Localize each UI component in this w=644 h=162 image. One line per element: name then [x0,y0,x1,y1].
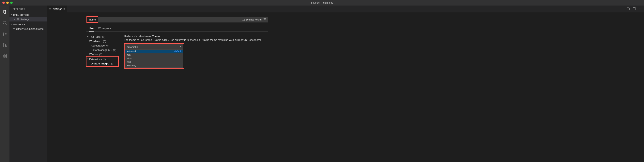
window-minimize-button[interactable] [6,1,9,4]
svg-rect-9 [3,56,4,58]
svg-point-7 [5,45,6,47]
chevron-down-icon [86,53,89,56]
activity-bar [0,5,10,162]
theme-dropdown[interactable]: automatic [125,44,183,49]
option-label: dark [127,61,131,63]
open-settings-json-icon[interactable] [627,7,630,11]
open-editor-settings[interactable]: × Settings [10,17,47,21]
settings-results-count: 12 Settings Found [242,18,262,21]
settings-gear-icon [16,18,19,21]
toc-count: (1) [113,48,116,51]
setting-dropdown-highlight: automatic automatic default min [124,43,184,69]
chevron-down-icon [86,40,89,43]
svg-point-5 [3,35,4,36]
settings-search-input-wrap[interactable]: 12 Settings Found [98,17,268,22]
project-label: DIAGRAMS [13,23,25,26]
explorer-sidebar: EXPLORER OPEN EDITORS × Settings DIAGRAM… [10,5,47,162]
toc-window[interactable]: Window (1) [86,52,118,56]
activity-extensions-icon[interactable] [0,51,10,61]
dropdown-option-kennedy[interactable]: Kennedy [125,64,183,67]
scope-tab-workspace[interactable]: Workspace [98,26,111,31]
split-editor-icon[interactable] [632,7,636,11]
toc-label: Window [89,53,98,56]
chevron-down-icon [10,23,13,26]
file-icon [13,27,16,30]
chevron-down-icon [86,35,89,38]
svg-rect-1 [4,11,6,13]
toc-appearance[interactable]: Appearance (6) [86,43,118,48]
window-titlebar: Settings — diagrams [0,0,644,5]
window-close-button[interactable] [2,1,5,4]
toc-count: (1) [111,62,114,65]
tab-close-icon[interactable]: × [63,7,65,10]
toc-count: (2) [102,35,105,38]
project-header[interactable]: DIAGRAMS [10,22,47,27]
toc-label: Workbench [89,40,102,43]
dropdown-option-dark[interactable]: dark [125,60,183,64]
more-actions-icon[interactable] [638,7,642,11]
settings-search-row: 12 Settings Found [86,16,268,23]
window-title: Settings — diagrams [311,1,333,4]
file-label: gitflow-examples.drawio [16,27,44,30]
toc-drawio-integration[interactable]: Draw.io Integr… (1) [86,61,118,66]
editor-tab-bar: Settings × [47,5,644,12]
option-label: atlas [127,57,132,60]
settings-editor: 12 Settings Found User Workspace Text Ed… [47,12,644,162]
svg-rect-0 [3,10,6,13]
chevron-down-icon [86,58,89,61]
toc-count: (8) [103,40,106,43]
toc-label: Text Editor [89,35,101,38]
dropdown-option-atlas[interactable]: atlas [125,57,183,60]
svg-point-24 [639,8,639,9]
svg-point-4 [3,32,4,33]
settings-search-input[interactable] [88,17,97,22]
dropdown-value: automatic [127,45,138,48]
chevron-down-icon [179,45,182,48]
svg-rect-11 [5,54,6,56]
editor-actions [627,5,644,12]
activity-source-control-icon[interactable] [0,29,10,39]
dropdown-option-automatic[interactable]: automatic default [125,50,183,53]
window-controls [0,1,13,4]
setting-description: The theme to use for the Draw.io editor.… [124,38,304,41]
toc-extensions[interactable]: Extensions (1) [86,57,118,61]
toc-label: Editor Managem… [91,48,112,51]
option-label: automatic [127,50,137,53]
open-editors-header[interactable]: OPEN EDITORS [10,13,47,17]
svg-point-6 [6,33,6,34]
option-label: min [127,54,130,56]
activity-run-debug-icon[interactable] [0,40,10,50]
toc-extensions-highlight: Extensions (1) Draw.io Integr… (1) [86,56,119,67]
tab-settings[interactable]: Settings × [47,5,67,12]
toc-count: (1) [99,53,102,56]
svg-line-3 [6,24,6,25]
editor-area: Settings × [47,5,644,162]
settings-toc: Text Editor (2) Workbench (8) Appearance… [86,35,118,69]
svg-point-2 [3,21,6,24]
window-zoom-button[interactable] [10,1,13,4]
open-editor-label: Settings [20,18,30,21]
settings-filter-icon[interactable] [263,18,266,21]
theme-dropdown-list: automatic default min atlas [125,49,183,68]
file-item-gitflow[interactable]: gitflow-examples.drawio [10,27,47,31]
chevron-down-icon [10,13,13,16]
tab-label: Settings [53,7,62,10]
toc-label: Appearance [91,44,105,47]
scope-tab-user[interactable]: User [89,26,94,31]
toc-label: Extensions [89,58,102,61]
search-term-highlight [86,16,98,23]
toc-text-editor[interactable]: Text Editor (2) [86,35,118,39]
toc-workbench[interactable]: Workbench (8) [86,39,118,43]
toc-label: Draw.io Integr… [91,62,110,65]
dropdown-option-min[interactable]: min [125,53,183,57]
toc-editor-management[interactable]: Editor Managem… (1) [86,48,118,52]
toc-count: (6) [106,44,108,47]
svg-rect-21 [627,8,629,10]
toc-count: (1) [103,58,106,61]
activity-search-icon[interactable] [0,18,10,28]
activity-explorer-icon[interactable] [0,7,10,16]
svg-rect-8 [3,54,4,56]
svg-point-25 [640,8,640,9]
close-icon[interactable]: × [13,18,16,21]
crumb-ext: Hediet [124,35,132,38]
